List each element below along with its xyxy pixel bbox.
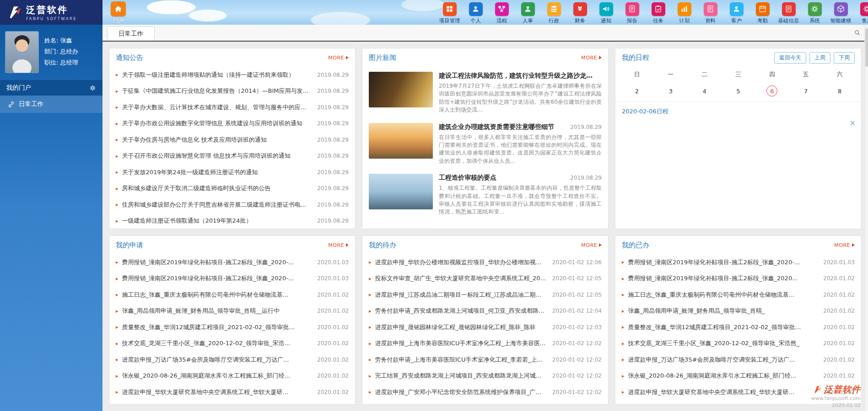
todo-title[interactable]: 进度款申报_江苏成品油二期项目一标段工程_江苏成品油二期项...: [375, 291, 547, 299]
todo-title[interactable]: 劳务付款申请_上海市美容医院ICU手术室净化工程_李若若_上...: [375, 356, 547, 364]
tab-daily-work[interactable]: 日常工作: [107, 27, 155, 41]
application-title[interactable]: 张永银_2020-08-26_湖南洞庭湖水库引水工程施工标_部门经...: [122, 372, 312, 380]
application-item[interactable]: 费用报销_潼南区2019年绿化补贴项目-施工2标段_张鑫_2020-... 20…: [116, 254, 349, 271]
todo-title[interactable]: 劳务付款申请_西安成都路龙湖上河城项目_何卫亚_西安成都路...: [375, 307, 547, 315]
notice-item[interactable]: 关于召开市政公用设施智慧化管理 信息技术与应用培训班的通知 2019.08.29: [116, 148, 349, 165]
done-item[interactable]: 进度款申报_华软大厦研究基地中央空调系统工程_华软大厦研... 2020.01.…: [622, 384, 855, 400]
done-item[interactable]: 费用报销_潼南区2019年绿化补贴项目-施工2标段_张鑫_2020-... 20…: [622, 254, 855, 271]
todo-item[interactable]: 完工结算_西安成都路龙湖上河城项目_西安成都路龙湖上河城项... 2020-01…: [369, 368, 602, 384]
todo-item[interactable]: 进度款申报_广安邓小平纪念馆安全防范系统维护保养项目_广安... 2020-01…: [369, 384, 602, 400]
todo-item[interactable]: 进度款申报_华软办公楼增加视频监控项目_华软办公楼增加视频... 2020-01…: [369, 254, 602, 271]
application-item[interactable]: 张永银_2020-08-26_湖南洞庭湖水库引水工程施工标_部门经... 202…: [116, 368, 349, 384]
application-item[interactable]: 进度款申报_华软大厦研究基地中央空调系统工程_华软大厦研... 2020.01.…: [116, 384, 349, 400]
notice-title[interactable]: 关于发放2019年第24批一级建造师注册证书的通知: [122, 168, 312, 176]
todo-title[interactable]: 进度款申报_晟铭园林绿化工程_晟铭园林绿化工程_陈菲_陈菲: [375, 323, 547, 331]
done-item[interactable]: 费用报销_潼南区2019年绿化补贴项目-施工2标段_张鑫_2020... 202…: [622, 271, 855, 287]
done-item[interactable]: 施工日志_张鑫_重庆太极制药有限公司亳州中药材仓储物流基... 2020.01.…: [622, 287, 855, 303]
calendar-nav-button[interactable]: 返回今天: [774, 52, 806, 64]
todo-title[interactable]: 进度款申报_广安邓小平纪念馆安全防范系统维护保养项目_广安...: [375, 388, 547, 396]
notice-title[interactable]: 一级建造师注册证书领取通知（2019年第24批）: [122, 217, 312, 225]
sidebar-item-daily-work[interactable]: 日常工作: [0, 96, 102, 113]
topnav-module-item[interactable]: 人事: [515, 1, 541, 24]
notice-title[interactable]: 关于举办住房与房地产信息化 技术及应用培训班的通知: [122, 136, 312, 144]
done-item[interactable]: 张鑫_用品领用申请_账簿_财务用品_领导审批_肖晴_ 2020.01.02: [622, 303, 855, 320]
topnav-module-item[interactable]: 行政: [541, 1, 567, 24]
done-item[interactable]: 技术交底_龙湖三千里小区_张鑫_2020-12-02_领导审批_宋浩然_ 202…: [622, 336, 855, 352]
done-item[interactable]: 质量整改_张鑫_华润12城房建工程项目_2021-02-02_领导审批... 2…: [622, 319, 855, 336]
done-title[interactable]: 张永银_2020-08-26_湖南洞庭湖水库引水工程施工标_部门经...: [628, 372, 818, 380]
application-item[interactable]: 施工日志_张鑫_重庆太极制药有限公司亳州中药材仓储物流基... 2020.01.…: [116, 287, 349, 303]
calendar-nav-button[interactable]: 上周: [809, 52, 830, 64]
topnav-module-item[interactable]: 计划: [671, 1, 697, 24]
application-item[interactable]: 曹敬_2020-05-22_江苏成品油二期项目一标段工程_部门经理... 202…: [116, 400, 349, 405]
application-item[interactable]: 技术交底_龙湖三千里小区_张鑫_2020-12-02_领导审批_宋浩... 20…: [116, 336, 349, 352]
notice-item[interactable]: 关于举办市政公用设施数字化管理信息 系统建设与应用培训班的通知 2019.08.…: [116, 116, 349, 132]
done-item[interactable]: 曹敬_2020-05-22_江苏成品油二期项目一标段工程_部门经理... 202…: [622, 400, 855, 405]
done-title[interactable]: 进度款申报_万达广场35#会所及咖啡厅空调安装工程_万达广...: [628, 356, 818, 364]
application-title[interactable]: 张鑫_用品领用申请_账簿_财务用品_领导审批_肖晴__运行中: [122, 307, 312, 315]
more-link[interactable]: MORE: [328, 242, 349, 248]
todo-item[interactable]: 进度款申报_上海市美容医院ICU手术室净化工程_上海市美容医... 2020-0…: [369, 336, 602, 352]
done-title[interactable]: 费用报销_潼南区2019年绿化补贴项目-施工2标段_张鑫_2020...: [628, 274, 818, 283]
application-title[interactable]: 质量整改_张鑫_华润12城房建工程项目_2021-02-02_领导审批...: [122, 323, 312, 331]
sidebar-section-my-portal[interactable]: 我的门户: [0, 80, 102, 96]
application-title[interactable]: 进度款申报_万达广场35#会所及咖啡厅空调安装工程_万达广...: [122, 356, 312, 364]
notice-title[interactable]: 关于领取一级注册建造师增项贴的通知（须持一建证书前来领取）: [122, 71, 312, 79]
notice-item[interactable]: 于征集《中国建筑施工行业信息化发展报告（2014）—BIM应用与发... 201…: [116, 83, 349, 100]
topnav-module-item[interactable]: 考勤: [749, 1, 776, 24]
topnav-module-item[interactable]: 通知: [593, 1, 619, 24]
topnav-module-item[interactable]: 售后: [854, 1, 868, 24]
todo-title[interactable]: 完工结算_西安成都路龙湖上河城项目_西安成都路龙湖上河城项...: [375, 372, 547, 380]
todo-item[interactable]: 劳务付款申请_上海市美容医院ICU手术室净化工程_李若若_上... 2020-0…: [369, 352, 602, 368]
more-link[interactable]: MORE: [834, 242, 855, 248]
notice-item[interactable]: 关于领取一级注册建造师增项贴的通知（须持一建证书前来领取） 2019.08.29: [116, 67, 349, 83]
application-title[interactable]: 费用报销_潼南区2019年绿化补贴项目-施工2标段_张鑫_2020-...: [122, 258, 312, 267]
application-item[interactable]: 质量整改_张鑫_华润12城房建工程项目_2021-02-02_领导审批... 2…: [116, 319, 349, 336]
notice-item[interactable]: 房和城乡建设厅关于取消二级建造师临时执业证书的公告 2019.08.29: [116, 181, 349, 197]
more-link[interactable]: MORE: [581, 242, 602, 248]
calendar-nav-button[interactable]: 下周: [834, 52, 855, 64]
topnav-module-item[interactable]: 财务: [567, 1, 593, 24]
notice-item[interactable]: 一级建造师注册证书领取通知（2019年第24批） 2019.08.29: [116, 213, 349, 229]
scrollbar-thumb[interactable]: [865, 28, 868, 67]
todo-title[interactable]: 进度款申报_上海市美容医院ICU手术室净化工程_上海市美容医...: [375, 339, 547, 347]
todo-title[interactable]: 投标文件审查_胡广生_华软大厦研究基地中央空调系统工程_20...: [375, 274, 547, 283]
done-title[interactable]: 费用报销_潼南区2019年绿化补贴项目-施工2标段_张鑫_2020-...: [628, 258, 818, 267]
todo-item[interactable]: 完工结算_龙湖天街城1区设计采购施工（EPC）总承包工程_龙...: [369, 400, 602, 405]
notice-item[interactable]: 关于举办大数据、云计算技术在城市建设、规划、管理与服务中的应... 2019.0…: [116, 99, 349, 116]
topnav-module-item[interactable]: 智能建模: [828, 1, 854, 24]
notice-title[interactable]: 关于举办大数据、云计算技术在城市建设、规划、管理与服务中的应...: [122, 103, 312, 112]
topnav-module-item[interactable]: 报告: [619, 1, 645, 24]
application-title[interactable]: 技术交底_龙湖三千里小区_张鑫_2020-12-02_领导审批_宋浩...: [122, 339, 312, 347]
more-link[interactable]: MORE: [581, 55, 602, 61]
notice-item[interactable]: 关于发放2019年第24批一级建造师注册证书的通知 2019.08.29: [116, 164, 349, 181]
topnav-module-item[interactable]: 资料: [697, 1, 723, 24]
application-item[interactable]: 张鑫_用品领用申请_账簿_财务用品_领导审批_肖晴__运行中 2020.01.0…: [116, 303, 349, 320]
application-title[interactable]: 施工日志_张鑫_重庆太极制药有限公司亳州中药材仓储物流基...: [122, 291, 312, 299]
done-item[interactable]: 张永银_2020-08-26_湖南洞庭湖水库引水工程施工标_部门经... 202…: [622, 368, 855, 384]
topnav-module-item[interactable]: 门户: [105, 0, 131, 25]
close-icon[interactable]: [850, 119, 856, 127]
calendar-date-cell[interactable]: 4: [688, 82, 722, 100]
todo-item[interactable]: 劳务付款申请_西安成都路龙湖上河城项目_何卫亚_西安成都路... 2020-01…: [369, 303, 602, 320]
calendar-date-cell[interactable]: 8: [823, 82, 857, 100]
topnav-module-item[interactable]: 任务: [645, 1, 671, 24]
done-title[interactable]: 质量整改_张鑫_华润12城房建工程项目_2021-02-02_领导审批...: [628, 323, 818, 331]
application-title[interactable]: 进度款申报_华软大厦研究基地中央空调系统工程_华软大厦研...: [122, 388, 312, 396]
vertical-scrollbar[interactable]: [864, 25, 868, 411]
more-link[interactable]: MORE: [328, 55, 349, 61]
todo-item[interactable]: 进度款申报_晟铭园林绿化工程_晟铭园林绿化工程_陈菲_陈菲 2020-01-02…: [369, 319, 602, 336]
news-title[interactable]: 建设工程法律风险防范，建筑行业转型升级之路沙龙活动: [439, 72, 597, 80]
calendar-date-cell[interactable]: 2: [620, 82, 654, 100]
topnav-module-item[interactable]: 流程: [489, 1, 515, 24]
application-title[interactable]: 费用报销_潼南区2019年绿化补贴项目-施工2标段_张鑫_2020-...: [122, 274, 312, 283]
news-item[interactable]: 工程造价审核的要点 2019.08.29 1、核准工程量。工程量是编制决算最基本…: [369, 170, 602, 221]
topnav-module-item[interactable]: 项目管理: [437, 1, 463, 24]
application-item[interactable]: 进度款申报_万达广场35#会所及咖啡厅空调安装工程_万达广... 2020.01…: [116, 352, 349, 368]
done-title[interactable]: 技术交底_龙湖三千里小区_张鑫_2020-12-02_领导审批_宋浩然_: [628, 339, 818, 347]
notice-item[interactable]: 关于举办住房与房地产信息化 技术及应用培训班的通知 2019.08.29: [116, 132, 349, 148]
topnav-module-item[interactable]: 个人: [463, 1, 489, 24]
calendar-date-cell[interactable]: 3: [654, 82, 688, 100]
calendar-date-cell[interactable]: 5: [722, 82, 755, 100]
notice-title[interactable]: 关于举办市政公用设施数字化管理信息 系统建设与应用培训班的通知: [122, 119, 312, 128]
